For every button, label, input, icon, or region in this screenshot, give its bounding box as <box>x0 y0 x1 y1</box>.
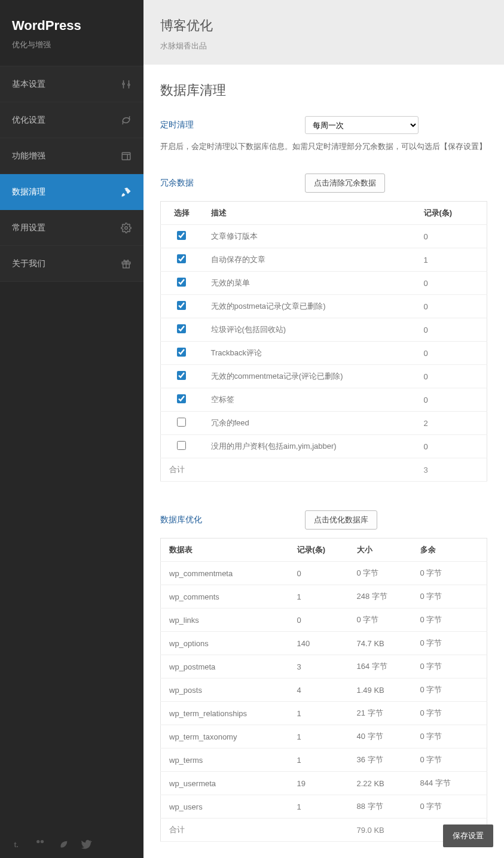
th-size: 大小 <box>349 538 412 562</box>
sidebar-item-0[interactable]: 基本设置 <box>0 66 143 102</box>
table-row: 垃圾评论(包括回收站)0 <box>161 318 487 342</box>
row-records: 19 <box>289 772 349 795</box>
row-checkbox[interactable] <box>177 301 186 310</box>
sidebar-item-2[interactable]: 功能增强 <box>0 138 143 174</box>
row-checkbox[interactable] <box>177 371 186 380</box>
row-table: wp_term_taxonomy <box>161 725 289 749</box>
row-size: 40 字节 <box>349 725 412 749</box>
leaf-icon[interactable] <box>59 839 69 847</box>
row-records: 4 <box>289 679 349 702</box>
row-records: 1 <box>289 795 349 819</box>
schedule-select[interactable]: 每周一次 <box>305 116 419 134</box>
optimize-row: 数据库优化 点击优化数据库 <box>160 510 487 530</box>
optimize-total-label: 合计 <box>161 819 289 842</box>
row-table: wp_commentmeta <box>161 562 289 585</box>
redundant-total-label: 合计 <box>161 458 203 482</box>
redundant-label: 冗余数据 <box>160 178 305 188</box>
sidebar-item-label: 数据清理 <box>12 187 45 197</box>
flickr-icon[interactable] <box>36 839 47 847</box>
table-row: 没用的用户资料(包括aim,yim,jabber)0 <box>161 435 487 458</box>
panel-icon <box>121 151 132 162</box>
table-row: wp_term_relationships121 字节0 字节 <box>161 702 487 725</box>
row-desc: 无效的菜单 <box>203 272 416 295</box>
table-row: wp_options14074.7 KB0 字节 <box>161 632 487 655</box>
topbar: 博客优化 水脉烟香出品 <box>143 0 504 65</box>
row-overhead: 0 字节 <box>412 749 487 772</box>
row-records: 1 <box>289 585 349 608</box>
table-row: wp_usermeta192.22 KB844 字节 <box>161 772 487 795</box>
brand-title: WordPress <box>12 18 132 34</box>
table-row: 无效的commentmeta记录(评论已删除)0 <box>161 365 487 388</box>
table-row: 空标签0 <box>161 388 487 412</box>
refresh-icon <box>121 115 132 126</box>
row-size: 36 字节 <box>349 749 412 772</box>
sidebar: WordPress 优化与增强 基本设置优化设置功能增强数据清理常用设置关于我们… <box>0 0 143 858</box>
row-overhead: 0 字节 <box>412 795 487 819</box>
row-desc: 空标签 <box>203 388 416 412</box>
table-row: wp_links00 字节0 字节 <box>161 608 487 632</box>
row-size: 164 字节 <box>349 655 412 679</box>
row-size: 21 字节 <box>349 702 412 725</box>
row-count: 0 <box>416 388 487 412</box>
optimize-db-button[interactable]: 点击优化数据库 <box>305 510 377 530</box>
row-count: 0 <box>416 435 487 458</box>
sidebar-item-1[interactable]: 优化设置 <box>0 102 143 138</box>
row-checkbox[interactable] <box>177 418 186 427</box>
row-desc: 自动保存的文章 <box>203 248 416 272</box>
th-overhead: 多余 <box>412 538 487 562</box>
table-row: wp_users188 字节0 字节 <box>161 795 487 819</box>
svg-rect-0 <box>122 153 130 160</box>
row-size: 248 字节 <box>349 585 412 608</box>
page-title: 博客优化 <box>160 17 487 35</box>
row-table: wp_comments <box>161 585 289 608</box>
row-records: 1 <box>289 749 349 772</box>
row-size: 0 字节 <box>349 562 412 585</box>
row-table: wp_postmeta <box>161 655 289 679</box>
row-checkbox[interactable] <box>177 231 186 240</box>
clear-redundant-button[interactable]: 点击清除冗余数据 <box>305 174 385 193</box>
row-table: wp_options <box>161 632 289 655</box>
tumblr-icon[interactable]: t. <box>13 839 24 847</box>
row-size: 74.7 KB <box>349 632 412 655</box>
svg-text:t.: t. <box>14 841 19 849</box>
schedule-label: 定时清理 <box>160 120 305 130</box>
row-size: 1.49 KB <box>349 679 412 702</box>
optimize-label: 数据库优化 <box>160 515 305 525</box>
sidebar-item-5[interactable]: 关于我们 <box>0 246 143 282</box>
table-row: 无效的菜单0 <box>161 272 487 295</box>
row-records: 3 <box>289 655 349 679</box>
row-table: wp_links <box>161 608 289 632</box>
sidebar-item-label: 基本设置 <box>12 79 45 90</box>
row-size: 0 字节 <box>349 608 412 632</box>
row-count: 0 <box>416 272 487 295</box>
row-overhead: 0 字节 <box>412 679 487 702</box>
brush-icon <box>121 187 132 197</box>
save-settings-button[interactable]: 保存设置 <box>443 824 493 847</box>
row-checkbox[interactable] <box>177 441 186 450</box>
row-records: 1 <box>289 725 349 749</box>
row-overhead: 0 字节 <box>412 632 487 655</box>
gear-icon <box>121 223 132 233</box>
twitter-icon[interactable] <box>81 839 92 847</box>
row-records: 1 <box>289 702 349 725</box>
section-title-db-clean: 数据库清理 <box>160 81 487 99</box>
row-table: wp_terms <box>161 749 289 772</box>
row-desc: 文章修订版本 <box>203 225 416 248</box>
row-desc: 无效的commentmeta记录(评论已删除) <box>203 365 416 388</box>
row-checkbox[interactable] <box>177 324 186 333</box>
sidebar-item-4[interactable]: 常用设置 <box>0 210 143 246</box>
table-row: wp_comments1248 字节0 字节 <box>161 585 487 608</box>
sidebar-item-3[interactable]: 数据清理 <box>0 174 143 210</box>
row-checkbox[interactable] <box>177 254 186 263</box>
row-checkbox[interactable] <box>177 348 186 357</box>
table-row: wp_commentmeta00 字节0 字节 <box>161 562 487 585</box>
row-checkbox[interactable] <box>177 394 186 403</box>
sidebar-item-label: 关于我们 <box>12 258 45 269</box>
row-checkbox[interactable] <box>177 278 186 287</box>
svg-point-1 <box>125 226 128 229</box>
row-desc: 没用的用户资料(包括aim,yim,jabber) <box>203 435 416 458</box>
row-count: 0 <box>416 295 487 318</box>
row-desc: 垃圾评论(包括回收站) <box>203 318 416 342</box>
row-count: 1 <box>416 248 487 272</box>
row-table: wp_users <box>161 795 289 819</box>
